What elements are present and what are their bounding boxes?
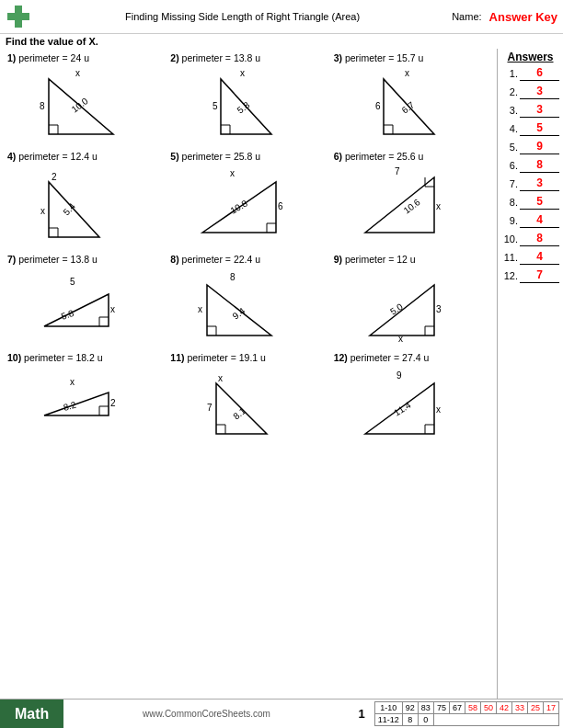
svg-marker-24 <box>365 177 434 233</box>
problem-3: 3) perimeter = 15.7 u 6 6.7 x <box>330 51 493 145</box>
score-range-2: 11-12 <box>374 714 402 726</box>
svg-text:x: x <box>40 206 45 216</box>
score-data-table: 1-10 92 83 75 67 58 50 42 33 25 17 11-12… <box>374 701 559 726</box>
score-range-1: 1-10 <box>374 702 402 714</box>
score-6: 50 <box>480 702 496 714</box>
answers-panel: Answers 1. 6 2. 3 3. 3 4. 5 5. 9 6. 8 7.… <box>497 49 563 699</box>
svg-text:3: 3 <box>436 304 442 314</box>
answer-item-8: 8. 5 <box>501 195 559 210</box>
score-table: 1-10 92 83 75 67 58 50 42 33 25 17 11-12… <box>374 701 559 726</box>
svg-text:5: 5 <box>70 277 75 287</box>
problem-12: 12) perimeter = 27.4 u 9 11.4 x <box>330 350 493 445</box>
answer-num-6: 6. <box>501 160 518 171</box>
problem-9-label: 9) perimeter = 12 u <box>334 254 489 265</box>
answer-num-9: 9. <box>501 215 518 226</box>
triangle-12-svg: 9 11.4 x <box>356 365 466 443</box>
problem-9: 9) perimeter = 12 u 5.0 3 x <box>330 252 493 347</box>
triangle-10-svg: x 8.2 2 <box>35 365 136 434</box>
svg-text:6: 6 <box>278 201 283 211</box>
answer-num-1: 1. <box>501 68 518 79</box>
problem-6: 6) perimeter = 25.6 u 7 10.6 x <box>330 149 493 248</box>
answer-val-5: 9 <box>520 140 559 154</box>
svg-text:11.4: 11.4 <box>392 400 413 418</box>
problem-5: 5) perimeter = 25.8 u x 10.8 6 <box>167 149 329 248</box>
problem-6-label: 6) perimeter = 25.6 u <box>334 151 489 162</box>
triangle-8-svg: 8 9.4 x <box>193 267 304 345</box>
problem-2: 2) perimeter = 13.8 u 5 5.8 x <box>167 51 329 145</box>
svg-text:2: 2 <box>52 172 57 182</box>
answer-val-12: 7 <box>520 268 559 283</box>
svg-text:9: 9 <box>396 370 402 381</box>
problem-10: 10) perimeter = 18.2 u x 8.2 2 <box>4 350 167 445</box>
answer-val-11: 4 <box>520 250 559 265</box>
svg-text:9.4: 9.4 <box>231 305 247 321</box>
answer-val-10: 8 <box>520 232 559 246</box>
svg-text:x: x <box>110 304 115 314</box>
answer-item-9: 9. 4 <box>501 213 559 228</box>
svg-text:8.1: 8.1 <box>231 405 247 422</box>
svg-text:5: 5 <box>213 101 218 111</box>
problem-11: 11) perimeter = 19.1 u x 7 8.1 <box>167 350 329 445</box>
answer-key-label: Answer Key <box>489 10 557 24</box>
footer: Math www.CommonCoreSheets.com 1 1-10 92 … <box>0 699 563 728</box>
score-4: 67 <box>449 702 465 714</box>
footer-page: 1 <box>359 707 365 721</box>
problem-8: 8) perimeter = 22.4 u 8 9.4 x <box>167 252 329 347</box>
score-8: 33 <box>511 702 527 714</box>
answer-item-1: 1. 6 <box>501 66 559 81</box>
svg-text:x: x <box>398 334 403 344</box>
answer-num-2: 2. <box>501 86 518 97</box>
logo-icon <box>6 4 31 29</box>
score-10: 17 <box>543 702 558 714</box>
answer-val-9: 4 <box>520 213 559 228</box>
header-name-label: Name: <box>452 11 481 22</box>
triangle-7-svg: 5 5.8 x <box>35 267 136 340</box>
problems-row-3: 7) perimeter = 13.8 u 5 5.8 x 8) pe <box>4 252 493 347</box>
problems-area: 1) perimeter = 24 u 8 10.0 x <box>0 49 497 699</box>
svg-text:7: 7 <box>395 166 400 176</box>
problem-7-label: 7) perimeter = 13.8 u <box>7 254 163 265</box>
problem-8-label: 8) perimeter = 22.4 u <box>170 254 326 265</box>
svg-text:x: x <box>198 304 202 314</box>
triangle-2-svg: 5 5.8 x <box>198 65 299 143</box>
answer-item-11: 11. 4 <box>501 250 559 265</box>
svg-text:x: x <box>240 68 245 78</box>
answer-num-5: 5. <box>501 142 518 153</box>
svg-text:x: x <box>405 68 409 78</box>
triangle-3-svg: 6 6.7 x <box>361 65 462 143</box>
answer-item-6: 6. 8 <box>501 158 559 173</box>
svg-text:5.8: 5.8 <box>60 308 75 322</box>
answer-num-3: 3. <box>501 105 518 116</box>
svg-text:x: x <box>75 68 80 78</box>
answer-num-11: 11. <box>501 252 518 263</box>
problem-10-label: 10) perimeter = 18.2 u <box>7 352 163 363</box>
answer-item-10: 10. 8 <box>501 232 559 246</box>
svg-text:10.6: 10.6 <box>402 197 423 216</box>
answer-item-3: 3. 3 <box>501 103 559 118</box>
problem-4: 4) perimeter = 12.4 u 2 5.4 x <box>4 149 167 248</box>
score-empty <box>433 714 558 726</box>
problem-3-label: 3) perimeter = 15.7 u <box>334 52 489 63</box>
problem-4-label: 4) perimeter = 12.4 u <box>7 151 163 162</box>
triangle-4-svg: 2 5.4 x <box>35 164 136 246</box>
main-content: 1) perimeter = 24 u 8 10.0 x <box>0 49 563 699</box>
score-1: 92 <box>402 702 418 714</box>
answer-item-4: 4. 5 <box>501 121 559 136</box>
problem-7: 7) perimeter = 13.8 u 5 5.8 x <box>4 252 167 347</box>
svg-text:x: x <box>436 201 441 211</box>
svg-text:10.8: 10.8 <box>228 198 249 215</box>
triangle-11-svg: x 7 8.1 <box>198 365 299 443</box>
answer-val-8: 5 <box>520 195 559 210</box>
score-5: 58 <box>465 702 480 714</box>
score-2: 83 <box>418 702 433 714</box>
answer-item-7: 7. 3 <box>501 176 559 191</box>
problem-12-label: 12) perimeter = 27.4 u <box>334 352 489 363</box>
svg-text:8: 8 <box>230 272 236 282</box>
answer-val-2: 3 <box>520 85 559 99</box>
triangle-1-svg: 8 10.0 x <box>35 65 136 143</box>
svg-text:8.2: 8.2 <box>62 400 77 413</box>
answer-num-12: 12. <box>501 270 518 281</box>
problem-1-label: 1) perimeter = 24 u <box>7 52 163 63</box>
svg-text:8: 8 <box>40 101 45 111</box>
score-11: 8 <box>402 714 418 726</box>
